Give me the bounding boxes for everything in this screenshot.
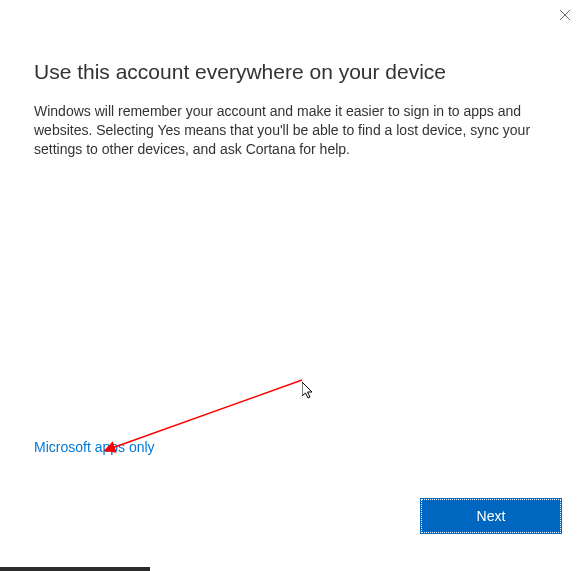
next-button[interactable]: Next xyxy=(421,499,561,533)
microsoft-apps-only-link[interactable]: Microsoft apps only xyxy=(34,439,155,455)
dialog-content: Use this account everywhere on your devi… xyxy=(0,0,585,159)
close-icon xyxy=(559,9,571,21)
svg-line-3 xyxy=(112,380,302,448)
dialog-body: Windows will remember your account and m… xyxy=(34,102,551,159)
window-border-accent xyxy=(0,567,150,571)
close-button[interactable] xyxy=(557,8,573,24)
dialog-title: Use this account everywhere on your devi… xyxy=(34,60,551,84)
cursor-icon xyxy=(302,382,318,402)
